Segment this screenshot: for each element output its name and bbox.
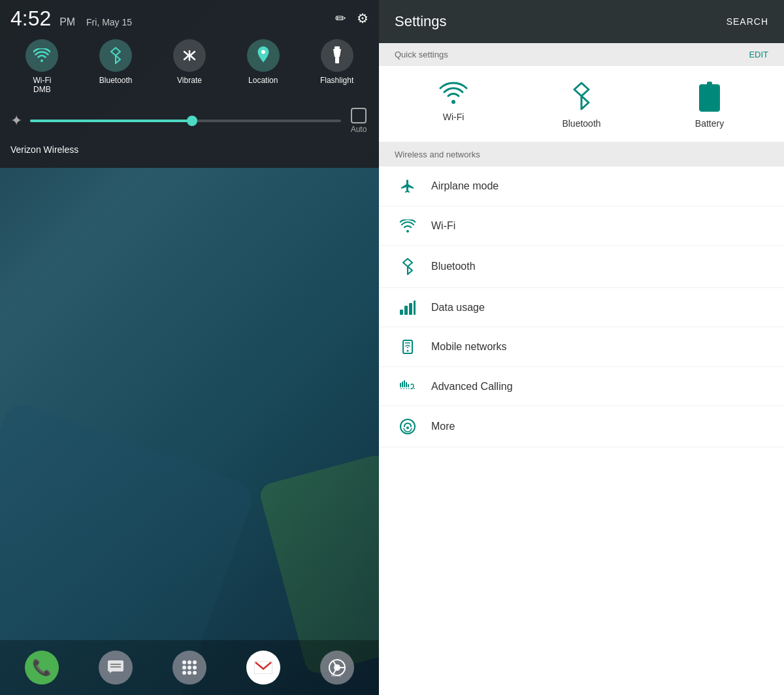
toggle-location[interactable]: Location <box>237 39 289 95</box>
wireless-label: Wireless and networks <box>395 150 480 159</box>
location-icon-wrap <box>247 39 280 72</box>
toggle-wifi[interactable]: Wi-FiDMB <box>16 39 68 95</box>
battery-body <box>699 84 720 112</box>
qs-battery-icon-wrap <box>699 82 720 112</box>
carrier-name: Verizon Wireless <box>0 139 379 157</box>
dock-gmail[interactable] <box>246 651 280 685</box>
dock-chrome[interactable]: BETA <box>320 651 354 685</box>
auto-toggle[interactable]: Auto <box>349 108 368 134</box>
time-value: 4:52 <box>10 7 51 30</box>
bluetooth-icon <box>110 46 122 65</box>
more-label: More <box>431 421 455 432</box>
more-svg <box>399 418 416 435</box>
svg-rect-4 <box>108 660 123 671</box>
qs-wifi[interactable]: Wi-Fi <box>414 82 493 129</box>
settings-search-button[interactable]: SEARCH <box>727 16 768 27</box>
location-label: Location <box>248 76 278 85</box>
more-icon <box>395 418 421 435</box>
date: Fri, May 15 <box>86 17 132 27</box>
toggle-vibrate[interactable]: Vibrate <box>163 39 216 95</box>
slider-thumb <box>187 116 197 126</box>
flashlight-label: Flashlight <box>320 76 353 85</box>
mobile-networks-icon <box>395 339 421 355</box>
data-usage-label: Data usage <box>431 302 485 314</box>
ampm: PM <box>59 16 75 27</box>
svg-point-27 <box>407 347 408 348</box>
location-icon <box>256 46 270 65</box>
edit-icon[interactable]: ✏ <box>335 10 346 26</box>
svg-point-1 <box>261 50 265 54</box>
chrome-icon: BETA <box>328 658 346 677</box>
quick-settings-label: Quick settings <box>395 50 448 59</box>
slider-fill <box>30 120 192 122</box>
advanced-calling-svg <box>399 380 416 394</box>
svg-point-25 <box>407 350 409 352</box>
messages-icon <box>107 660 124 675</box>
settings-icon[interactable]: ⚙ <box>357 10 368 26</box>
svg-rect-23 <box>414 300 416 315</box>
settings-item-mobile-networks[interactable]: Mobile networks <box>379 327 784 367</box>
flashlight-icon-wrap <box>321 39 353 72</box>
time-display: 4:52 PM Fri, May 15 <box>10 8 132 29</box>
bluetooth-label: Bluetooth <box>99 76 133 85</box>
svg-rect-2 <box>335 46 340 49</box>
airplane-icon <box>395 178 421 194</box>
settings-item-data-usage[interactable]: Data usage <box>379 288 784 327</box>
svg-point-9 <box>193 660 197 664</box>
bt-settings-svg <box>402 257 414 276</box>
svg-rect-22 <box>409 303 412 315</box>
settings-item-more[interactable]: More <box>379 406 784 447</box>
advanced-calling-icon <box>395 380 421 394</box>
svg-point-29 <box>406 427 409 429</box>
wifi-icon <box>33 48 50 63</box>
dock-apps[interactable] <box>172 651 206 685</box>
data-usage-svg <box>400 300 416 315</box>
edit-link[interactable]: EDIT <box>749 50 768 59</box>
qs-battery[interactable]: Battery <box>670 82 749 129</box>
svg-text:BETA: BETA <box>331 674 341 677</box>
qs-bluetooth-label: Bluetooth <box>562 118 600 129</box>
left-panel: 4:52 PM Fri, May 15 ✏ ⚙ <box>0 0 379 695</box>
status-bar: 4:52 PM Fri, May 15 ✏ ⚙ <box>0 0 379 31</box>
wifi-settings-svg <box>400 219 416 233</box>
svg-point-12 <box>193 666 197 670</box>
settings-item-wifi[interactable]: Wi-Fi <box>379 206 784 246</box>
data-usage-icon <box>395 300 421 315</box>
quick-settings-section-header: Quick settings EDIT <box>379 43 784 66</box>
svg-rect-3 <box>335 57 339 63</box>
svg-point-13 <box>182 671 186 675</box>
time-date: 4:52 PM Fri, May 15 <box>10 8 132 29</box>
toggle-bluetooth[interactable]: Bluetooth <box>90 39 142 95</box>
wireless-section-header: Wireless and networks <box>379 142 784 167</box>
vibrate-icon <box>181 48 198 63</box>
wifi-settings-label: Wi-Fi <box>431 220 455 232</box>
dock-phone[interactable]: 📞 <box>25 651 59 685</box>
vibrate-icon-wrap <box>173 39 206 72</box>
right-panel: Settings SEARCH Quick settings EDIT Wi-F… <box>379 0 784 695</box>
qs-bluetooth[interactable]: Bluetooth <box>542 82 621 129</box>
qs-wifi-label: Wi-Fi <box>443 112 465 122</box>
vibrate-label: Vibrate <box>177 76 202 85</box>
svg-rect-20 <box>400 310 403 315</box>
quick-toggles: Wi-FiDMB Bluetooth Vib <box>0 31 379 103</box>
airplane-svg <box>400 178 416 194</box>
settings-item-airplane[interactable]: Airplane mode <box>379 167 784 206</box>
apps-icon <box>180 658 199 677</box>
shade-actions: ✏ ⚙ <box>335 10 368 26</box>
quick-settings-row: Wi-Fi Bluetooth Battery <box>379 66 784 142</box>
dock-messages[interactable] <box>99 651 133 685</box>
advanced-calling-label: Advanced Calling <box>431 381 513 393</box>
gmail-icon <box>254 661 272 674</box>
svg-point-14 <box>188 671 191 675</box>
brightness-slider[interactable] <box>30 120 341 122</box>
bt-icon-wrap <box>99 39 132 72</box>
svg-point-7 <box>182 660 186 664</box>
settings-item-advanced-calling[interactable]: Advanced Calling <box>379 367 784 406</box>
brightness-icon: ✦ <box>10 112 22 129</box>
settings-title: Settings <box>395 13 447 30</box>
bt-settings-icon <box>395 257 421 276</box>
settings-list: Airplane mode Wi-Fi Bluetooth <box>379 167 784 695</box>
notification-shade: 4:52 PM Fri, May 15 ✏ ⚙ <box>0 0 379 168</box>
toggle-flashlight[interactable]: Flashlight <box>311 39 363 95</box>
settings-item-bluetooth[interactable]: Bluetooth <box>379 246 784 288</box>
